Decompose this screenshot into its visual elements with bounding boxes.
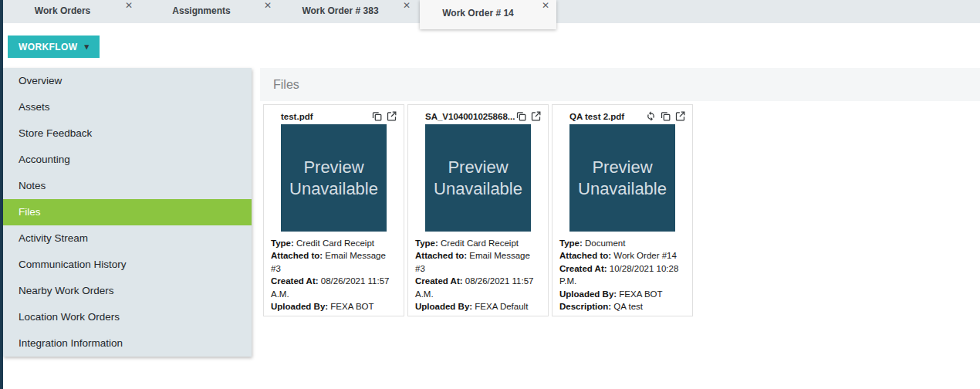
sidebar-nav: OverviewAssetsStore FeedbackAccountingNo… xyxy=(3,68,252,357)
tab-assignments[interactable]: Assignments✕ xyxy=(142,0,281,23)
metadata-row-uploaded-by: Uploaded By: FEXA BOT xyxy=(559,288,686,300)
metadata-label: Type: xyxy=(559,238,583,248)
sidebar-item-assets[interactable]: Assets xyxy=(3,94,252,120)
metadata-row-description: Description: QA test xyxy=(559,300,686,313)
metadata-row-type: Type: Document xyxy=(559,237,686,249)
metadata-label: Created At: xyxy=(415,276,463,286)
workflow-button[interactable]: WORKFLOW ▾ xyxy=(8,36,100,58)
file-actions xyxy=(515,110,542,122)
file-metadata: Type: DocumentAttached to: Work Order #1… xyxy=(553,232,692,313)
metadata-label: Created At: xyxy=(559,264,607,273)
open-external-icon[interactable] xyxy=(530,110,542,122)
file-metadata: Type: Credit Card ReceiptAttached to: Em… xyxy=(264,232,404,316)
metadata-label: Type: xyxy=(415,238,438,248)
close-icon[interactable]: ✕ xyxy=(264,0,272,11)
file-card-header: QA test 2.pdf xyxy=(553,105,692,123)
tab-label: Work Orders xyxy=(3,5,122,16)
tab-work-order-383[interactable]: Work Order # 383✕ xyxy=(281,0,420,23)
file-actions xyxy=(371,110,397,122)
metadata-row-attached-to: Attached to: Email Message #3 xyxy=(271,249,397,275)
metadata-row-description: Description: Auto-created from parsed em… xyxy=(271,313,397,316)
chevron-down-icon: ▾ xyxy=(85,42,90,51)
sidebar-item-communication-history[interactable]: Communication History xyxy=(3,252,252,278)
file-card-header: test.pdf xyxy=(264,105,404,123)
file-name: test.pdf xyxy=(270,110,371,121)
open-external-icon[interactable] xyxy=(674,110,686,122)
app-window: Work Orders✕Assignments✕Work Order # 383… xyxy=(0,0,980,389)
metadata-label: Attached to: xyxy=(271,251,323,260)
tab-label: Assignments xyxy=(142,5,261,16)
file-name: QA test 2.pdf xyxy=(559,110,645,121)
metadata-row-created-at: Created At: 08/26/2021 11:57 A.M. xyxy=(271,275,397,300)
tab-label: Work Order # 14 xyxy=(420,8,536,19)
sidebar-item-overview[interactable]: Overview xyxy=(3,68,252,94)
sidebar-item-activity-stream[interactable]: Activity Stream xyxy=(3,225,252,252)
refresh-icon[interactable] xyxy=(645,110,657,122)
preview-unavailable-thumbnail[interactable]: Preview Unavailable xyxy=(281,124,387,232)
file-card-test-pdf: test.pdfPreview UnavailableType: Credit … xyxy=(263,104,404,316)
sidebar-item-nearby-work-orders[interactable]: Nearby Work Orders xyxy=(3,278,252,304)
sidebar-item-location-work-orders[interactable]: Location Work Orders xyxy=(3,304,252,330)
file-card-header: SA_V104001025868.... xyxy=(408,105,548,123)
metadata-row-type: Type: Credit Card Receipt xyxy=(271,237,397,249)
metadata-label: Type: xyxy=(271,238,294,248)
metadata-label: Uploaded By: xyxy=(415,302,472,311)
tab-work-order-14[interactable]: Work Order # 14✕ xyxy=(420,0,556,29)
preview-unavailable-thumbnail[interactable]: Preview Unavailable xyxy=(425,124,531,232)
tab-bar: Work Orders✕Assignments✕Work Order # 383… xyxy=(3,0,980,23)
metadata-label: Description: xyxy=(559,302,611,311)
metadata-row-created-at: Created At: 10/28/2021 10:28 P.M. xyxy=(559,262,686,288)
sidebar-item-accounting[interactable]: Accounting xyxy=(3,147,252,173)
metadata-label: Description: xyxy=(271,314,323,316)
copy-icon[interactable] xyxy=(371,110,383,122)
metadata-label: Created At: xyxy=(271,276,319,286)
close-icon[interactable]: ✕ xyxy=(542,0,549,11)
file-card-qa-test-2-pdf: QA test 2.pdfPreview UnavailableType: Do… xyxy=(552,104,693,316)
metadata-row-uploaded-by: Uploaded By: FEXA BOT xyxy=(271,300,397,313)
metadata-label: Attached to: xyxy=(415,251,467,260)
file-actions xyxy=(645,110,686,122)
metadata-row-attached-to: Attached to: Email Message #3 xyxy=(415,249,542,275)
file-metadata: Type: Credit Card ReceiptAttached to: Em… xyxy=(408,232,548,316)
metadata-label: Uploaded By: xyxy=(271,302,328,311)
metadata-row-uploaded-by: Uploaded By: FEXA Default Email User xyxy=(415,300,542,316)
sidebar-item-store-feedback[interactable]: Store Feedback xyxy=(3,120,252,147)
close-icon[interactable]: ✕ xyxy=(125,0,133,11)
tab-work-orders[interactable]: Work Orders✕ xyxy=(3,0,142,23)
sidebar-item-files[interactable]: Files xyxy=(3,199,252,225)
tab-label: Work Order # 383 xyxy=(281,5,400,16)
metadata-row-attached-to: Attached to: Work Order #14 xyxy=(559,249,686,262)
sidebar-item-notes[interactable]: Notes xyxy=(3,173,252,199)
workflow-button-label: WORKFLOW xyxy=(19,42,78,52)
metadata-row-created-at: Created At: 08/26/2021 11:57 A.M. xyxy=(415,275,542,300)
close-icon[interactable]: ✕ xyxy=(403,0,411,11)
preview-unavailable-thumbnail[interactable]: Preview Unavailable xyxy=(569,124,675,232)
metadata-label: Uploaded By: xyxy=(559,289,617,299)
metadata-label: Attached to: xyxy=(559,251,611,260)
copy-icon[interactable] xyxy=(515,110,527,122)
page-title: Files xyxy=(260,68,980,101)
metadata-row-type: Type: Credit Card Receipt xyxy=(415,237,542,249)
file-card-list: test.pdfPreview UnavailableType: Credit … xyxy=(263,104,693,316)
files-section-header: Files xyxy=(260,68,980,101)
file-card-sa-v104001025868: SA_V104001025868....Preview UnavailableT… xyxy=(407,104,549,316)
copy-icon[interactable] xyxy=(660,110,671,122)
file-name: SA_V104001025868.... xyxy=(414,110,515,121)
open-external-icon[interactable] xyxy=(386,110,397,122)
sidebar-item-integration-information[interactable]: Integration Information xyxy=(3,330,252,357)
